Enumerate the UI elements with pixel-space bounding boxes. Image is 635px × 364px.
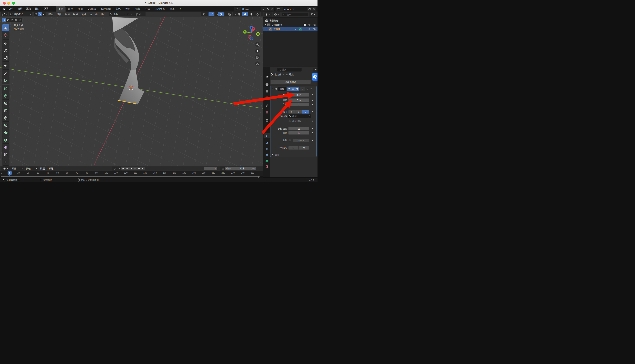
mode-dropdown[interactable]: 编辑模式 — [9, 12, 32, 16]
merge-field[interactable]: 0.01 m — [293, 138, 309, 142]
scene-new-icon[interactable] — [266, 7, 270, 11]
collection-hide-icon[interactable] — [308, 24, 311, 26]
viewport-3d[interactable]: 用户透视 (1) 立方体 Z X Y — [0, 17, 263, 166]
tab-render[interactable] — [264, 82, 270, 87]
viewport-menu-mesh[interactable]: 网格 — [71, 13, 80, 16]
current-frame-field[interactable]: 1 — [204, 167, 217, 170]
tab-constraints[interactable] — [264, 152, 270, 157]
object-screw-animate-dot[interactable] — [312, 120, 313, 122]
viewport-zoom-button[interactable] — [255, 42, 260, 47]
viewlayer-name[interactable]: ViewLayer — [283, 7, 307, 11]
viewport-menu-view[interactable]: 视图 — [47, 13, 55, 16]
frame-end-field[interactable]: 结束250 — [239, 167, 256, 170]
select-intersect-button[interactable] — [18, 18, 22, 22]
workspace-tab-geometry-nodes[interactable]: 几何节点 — [153, 6, 167, 12]
blender-logo-icon[interactable] — [2, 7, 6, 11]
scene-name[interactable]: Scene — [241, 7, 261, 11]
tool-select-box[interactable] — [2, 24, 9, 32]
collection-checkbox-icon[interactable] — [303, 24, 306, 26]
workspace-tab-scripting[interactable]: 脚本 — [167, 6, 177, 12]
screw-animate-dot[interactable] — [312, 100, 313, 101]
tab-data[interactable] — [264, 158, 270, 163]
axis-animate-dot[interactable] — [312, 111, 313, 112]
scene-browse-icon[interactable] — [234, 7, 241, 11]
tab-collection[interactable] — [264, 118, 270, 123]
jump-next-keyframe-button[interactable] — [137, 167, 141, 170]
select-invert-button[interactable] — [14, 18, 18, 22]
object-hide-icon[interactable] — [308, 28, 311, 30]
playback-menu[interactable]: 回放 — [11, 166, 24, 171]
ruler-expand-icon[interactable] — [1, 172, 2, 174]
shading-solid-button[interactable] — [242, 12, 248, 16]
mesh-data-icon[interactable] — [299, 28, 302, 30]
editor-type-button[interactable] — [1, 12, 8, 16]
viewport-camera-button[interactable] — [255, 55, 260, 60]
menu-file[interactable]: 文件 — [7, 6, 16, 12]
tool-scale[interactable] — [2, 54, 9, 62]
gizmos-toggle-button[interactable] — [208, 12, 215, 16]
scene-pin-icon[interactable] — [261, 7, 266, 11]
snap-toggle-button[interactable] — [125, 12, 134, 16]
eyedropper-icon[interactable] — [308, 115, 310, 118]
properties-search-input[interactable]: 搜索 — [277, 68, 302, 72]
expand-modifier-icon[interactable] — [272, 89, 273, 90]
select-extend-button[interactable] — [6, 18, 10, 22]
tab-tool[interactable] — [264, 75, 270, 80]
face-select-mode-button[interactable] — [42, 12, 46, 16]
workspace-tab-shading[interactable]: 着色 — [113, 6, 123, 12]
minimize-window-button[interactable] — [7, 2, 10, 4]
transform-orientation-dropdown[interactable]: 全局 — [109, 12, 126, 16]
viewport-menu-add[interactable]: 添加 — [63, 13, 71, 16]
auto-keying-button[interactable] — [112, 166, 122, 171]
tool-smooth[interactable] — [2, 144, 9, 151]
viewport-menu-edge[interactable]: 边 — [88, 13, 94, 16]
breadcrumb-object[interactable]: 立方体 — [275, 73, 282, 76]
menu-edit[interactable]: 编辑 — [16, 6, 24, 12]
outliner-row-cube[interactable]: 立方体 — [263, 27, 317, 31]
select-new-button[interactable] — [2, 18, 6, 22]
tool-spin[interactable] — [2, 136, 9, 144]
viewport-menu-vertex[interactable]: 顶点 — [80, 13, 88, 16]
select-subtract-button[interactable] — [10, 18, 14, 22]
tool-annotate[interactable] — [2, 70, 9, 77]
viewport-ortho-button[interactable] — [255, 62, 260, 66]
overlays-toggle-button[interactable] — [218, 12, 224, 16]
viewlayer-selector[interactable]: ViewLayer — [276, 6, 316, 11]
jump-prev-keyframe-button[interactable] — [125, 167, 129, 170]
steps-render-field[interactable]: 16 — [288, 131, 309, 134]
properties-options-dropdown[interactable] — [313, 68, 317, 72]
tool-transform[interactable] — [2, 62, 9, 69]
tool-measure[interactable] — [2, 77, 9, 84]
shading-wireframe-button[interactable] — [236, 12, 242, 16]
breadcrumb-modifier[interactable]: 螺旋 — [289, 73, 294, 76]
zoom-window-button[interactable] — [12, 2, 15, 4]
outliner-search-input[interactable]: 搜索 — [282, 12, 308, 16]
menu-render[interactable]: 渲染 — [24, 6, 33, 12]
timeline-marker-menu[interactable]: 标记 — [47, 166, 55, 171]
angle-field[interactable]: 360° — [288, 93, 309, 97]
tool-loop-cut[interactable] — [2, 114, 9, 122]
viewport-menu-uv[interactable]: UV — [99, 13, 106, 16]
proportional-editing-button[interactable] — [133, 12, 145, 16]
screw-field[interactable]: 8 m — [288, 98, 309, 102]
workspace-tab-layout[interactable]: 布局 — [56, 6, 66, 12]
keying-menu[interactable]: 插帧 — [25, 166, 38, 171]
play-button[interactable] — [133, 167, 137, 170]
axis-x-button[interactable]: X — [288, 110, 295, 114]
timeline-view-menu[interactable]: 视图 — [38, 166, 47, 171]
modifier-close-icon[interactable] — [306, 88, 308, 90]
current-frame-indicator[interactable]: 1 — [8, 171, 12, 175]
iterations-field[interactable]: 1 — [288, 102, 309, 106]
workspace-tab-compositing[interactable]: 合成 — [143, 6, 153, 12]
menu-help[interactable]: 帮助 — [42, 6, 50, 12]
workspace-tab-animation[interactable]: 动画 — [123, 6, 133, 12]
modifier-realtime-toggle[interactable] — [291, 88, 295, 91]
modifier-badge-icon[interactable] — [295, 28, 297, 30]
steps-render-animate-dot[interactable] — [312, 132, 313, 133]
outliner-row-collection[interactable]: Collection — [263, 23, 317, 27]
add-modifier-button[interactable]: 添加修改器 — [271, 80, 311, 84]
gizmo-z-neg-axis[interactable] — [250, 37, 253, 40]
close-window-button[interactable] — [3, 2, 6, 4]
edge-select-mode-button[interactable] — [38, 12, 42, 16]
tool-shrink-fatten[interactable] — [2, 158, 9, 166]
